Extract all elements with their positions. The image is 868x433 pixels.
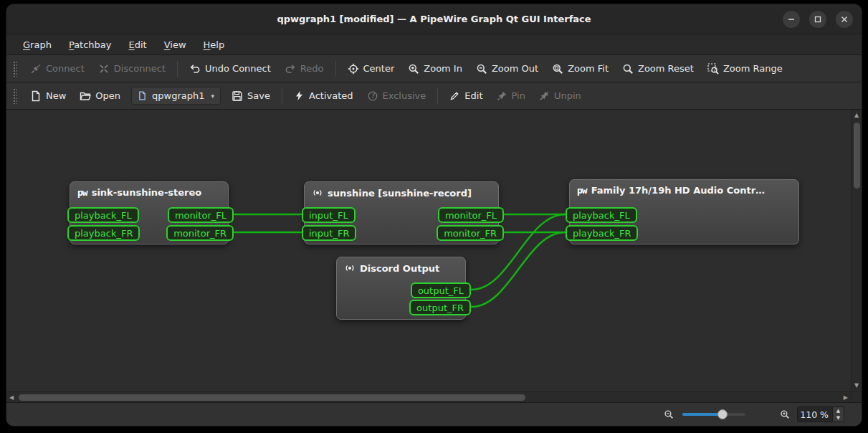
app-window: qpwgraph1 [modified] — A PipeWire Graph … (6, 4, 862, 427)
minimize-button[interactable] (783, 11, 800, 28)
redo-button[interactable]: Redo (279, 59, 330, 79)
toolbar-separator (177, 61, 178, 77)
undo-connect-button[interactable]: Undo Connect (183, 59, 277, 79)
port-sunshine-input-fr[interactable]: input_FR (302, 225, 356, 241)
vertical-scrollbar-thumb[interactable] (854, 123, 860, 189)
maximize-button[interactable] (809, 11, 826, 28)
activated-button[interactable]: Activated (288, 86, 359, 105)
menubar: Graph Patchbay Edit View Help (6, 34, 862, 55)
close-button[interactable] (836, 11, 853, 28)
port-sunshine-input-fl[interactable]: input_FL (302, 207, 356, 223)
center-button[interactable]: Center (342, 59, 401, 79)
zoom-in-label: Zoom In (424, 63, 462, 74)
new-label: New (46, 90, 66, 101)
patchbay-toolbar: New Open qpwgraph1 ▾ Save Ac (6, 82, 862, 110)
menu-patchbay[interactable]: Patchbay (62, 37, 118, 52)
toolbar-separator (335, 61, 336, 77)
zoom-in-button[interactable]: Zoom In (402, 59, 468, 79)
connect-button[interactable]: Connect (24, 59, 90, 79)
node-title: sink-sunshine-stereo (92, 187, 202, 198)
scroll-up-arrow-icon[interactable]: ▲ (854, 113, 859, 118)
port-family-playback-fl[interactable]: playback_FL (566, 207, 637, 223)
port-sink-monitor-fl[interactable]: monitor_FL (168, 207, 234, 223)
node-sink-sunshine-stereo[interactable]: pw sink-sunshine-stereo playback_FL play… (70, 181, 229, 244)
zoom-in-icon (408, 63, 419, 75)
toolbar-grip[interactable] (13, 88, 17, 104)
zoom-reset-button[interactable]: Zoom Reset (616, 59, 700, 79)
zoom-spin-up-button[interactable]: ▲ (833, 407, 844, 414)
graph-canvas[interactable]: pw sink-sunshine-stereo playback_FL play… (6, 110, 851, 391)
edit-label: Edit (464, 90, 482, 101)
horizontal-scrollbar-thumb[interactable] (19, 394, 525, 401)
patchbay-profile-select[interactable]: qpwgraph1 ▾ (131, 87, 221, 105)
node-family-audio-controller[interactable]: pw Family 17h/19h HD Audio Contr… playba… (569, 179, 799, 244)
scroll-down-arrow-icon[interactable]: ▼ (854, 383, 859, 389)
unpin-button[interactable]: Unpin (533, 86, 587, 105)
unpin-label: Unpin (554, 90, 581, 101)
exclusive-button[interactable]: f Exclusive (361, 86, 432, 106)
vertical-scrollbar[interactable]: ▲ ▼ (851, 110, 862, 391)
zoom-slider-handle[interactable] (717, 409, 728, 419)
disconnect-button[interactable]: Disconnect (92, 59, 171, 79)
zoom-fit-label: Zoom Fit (568, 63, 609, 74)
menu-view[interactable]: View (158, 37, 193, 52)
pin-button[interactable]: Pin (491, 86, 531, 105)
port-sink-playback-fl[interactable]: playback_FL (67, 207, 139, 223)
port-sink-monitor-fr[interactable]: monitor_FR (166, 225, 234, 241)
port-discord-output-fr[interactable]: output_FR (409, 300, 471, 315)
connect-label: Connect (46, 63, 85, 74)
zoom-value[interactable]: 110 % (798, 407, 832, 422)
menu-help[interactable]: Help (197, 37, 232, 52)
zoom-reset-icon (622, 63, 634, 75)
minimize-icon (788, 16, 795, 23)
redo-label: Redo (300, 63, 324, 74)
node-title: Discord Output (360, 263, 439, 274)
horizontal-scrollbar[interactable]: ◀ ▶ (6, 391, 851, 402)
zoom-fit-button[interactable]: Zoom Fit (546, 59, 614, 79)
toolbar-separator (437, 88, 438, 104)
menu-edit[interactable]: Edit (123, 37, 153, 52)
node-sunshine[interactable]: sunshine [sunshine-record] input_FL inpu… (304, 181, 499, 244)
zoom-in-mini-icon[interactable] (780, 409, 790, 419)
center-label: Center (363, 63, 395, 74)
node-title: Family 17h/19h HD Audio Contr… (591, 185, 765, 196)
center-icon (348, 63, 359, 75)
zoom-range-label: Zoom Range (723, 63, 783, 74)
toolbar-grip[interactable] (13, 61, 17, 77)
port-sunshine-monitor-fr[interactable]: monitor_FR (437, 225, 504, 241)
node-discord-output[interactable]: Discord Output output_FL output_FR (336, 257, 466, 320)
exclusive-icon: f (367, 90, 378, 102)
scroll-left-arrow-icon[interactable]: ◀ (9, 395, 14, 401)
zoom-spinbox[interactable]: 110 % ▲ ▼ (797, 406, 844, 422)
port-family-playback-fr[interactable]: playback_FR (566, 225, 638, 241)
unpin-icon (539, 90, 550, 101)
zoom-range-button[interactable]: Zoom Range (702, 59, 788, 79)
profile-file-icon (138, 91, 147, 100)
zoom-out-button[interactable]: Zoom Out (470, 59, 544, 79)
open-button[interactable]: Open (74, 86, 126, 106)
zoom-slider[interactable] (682, 409, 745, 420)
save-button[interactable]: Save (226, 86, 276, 106)
connect-icon (30, 63, 42, 75)
scroll-right-arrow-icon[interactable]: ▶ (844, 395, 848, 401)
pipewire-icon: pw (77, 187, 87, 198)
port-discord-output-fl[interactable]: output_FL (411, 282, 471, 298)
node-title: sunshine [sunshine-record] (328, 188, 472, 199)
zoom-reset-label: Zoom Reset (638, 63, 694, 74)
titlebar[interactable]: qpwgraph1 [modified] — A PipeWire Graph … (6, 4, 862, 34)
save-label: Save (247, 90, 270, 101)
port-sunshine-monitor-fl[interactable]: monitor_FL (438, 207, 504, 223)
redo-icon (285, 63, 296, 75)
port-sink-playback-fr[interactable]: playback_FR (67, 225, 140, 241)
zoom-fit-icon (552, 63, 563, 75)
edit-button[interactable]: Edit (444, 86, 488, 105)
zoom-out-label: Zoom Out (492, 63, 538, 74)
menu-graph[interactable]: Graph (16, 37, 58, 52)
edit-pencil-icon (449, 90, 460, 101)
zoom-out-mini-icon[interactable] (664, 409, 674, 419)
zoom-spin-down-button[interactable]: ▼ (833, 414, 844, 422)
activated-label: Activated (309, 90, 353, 101)
disconnect-icon (98, 63, 110, 75)
open-label: Open (95, 90, 120, 101)
new-button[interactable]: New (24, 86, 72, 106)
